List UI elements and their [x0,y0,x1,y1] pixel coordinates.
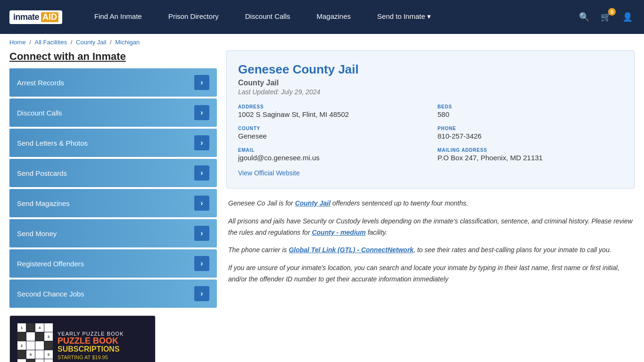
sidebar-item-label: Registered Offenders [17,260,84,268]
sidebar-item-label: Second Chance Jobs [17,290,84,298]
logo-container[interactable]: inmateAID [9,10,62,24]
send-to-inmate-label: Send to Inmate [377,12,425,20]
nav-discount-calls[interactable]: Discount Calls [232,0,304,34]
email-value: jgould@co.genesee.mi.us [238,154,423,162]
breadcrumb-sep3: / [110,39,113,46]
main-content: Connect with an Inmate Arrest Records › … [0,50,644,362]
desc-para3-before: The phone carrier is [228,246,289,254]
sidebar: Connect with an Inmate Arrest Records › … [9,50,217,362]
breadcrumb-sep1: / [29,39,33,46]
county-value: Genesee [238,132,423,140]
arrow-icon: › [194,196,209,211]
user-account-button[interactable]: 👤 [620,10,635,24]
gtl-link[interactable]: Global Tel Link (GTL) - ConnectNetwork [289,246,413,254]
nav-find-inmate[interactable]: Find An Inmate [81,0,155,34]
puzzle-grid-icon: 14 3 2 95 7 [17,323,53,362]
sidebar-item-send-money[interactable]: Send Money › [9,219,217,247]
detail-email: EMAIL jgould@co.genesee.mi.us [238,148,423,162]
facility-description: Genesee Co Jail is for County Jail offen… [226,198,635,285]
desc-para1-after: offenders sentenced up to twenty four mo… [330,199,468,207]
sidebar-item-label: Arrest Records [17,79,64,87]
address-label: ADDRESS [238,104,423,109]
address-value: 1002 S Saginaw St, Flint, MI 48502 [238,110,423,118]
arrow-icon: › [194,286,209,301]
nav-icons: 🔍 🛒 0 👤 [577,10,635,24]
sidebar-item-label: Send Postcards [17,169,67,177]
sidebar-item-registered-offenders[interactable]: Registered Offenders › [9,249,217,278]
sidebar-item-label: Send Letters & Photos [17,139,88,147]
arrow-icon: › [194,105,209,120]
facility-details: ADDRESS 1002 S Saginaw St, Flint, MI 485… [238,104,623,162]
sidebar-item-second-chance-jobs[interactable]: Second Chance Jobs › [9,280,217,308]
county-medium-link[interactable]: County - medium [312,229,365,236]
facility-updated: Last Updated: July 29, 2024 [238,88,623,96]
county-jail-link[interactable]: County Jail [295,199,330,207]
detail-beds: BEDS 580 [438,104,623,118]
beds-label: BEDS [438,104,623,109]
sidebar-item-send-postcards[interactable]: Send Postcards › [9,159,217,187]
arrow-icon: › [194,226,209,241]
arrow-icon: › [194,256,209,271]
logo-aid: AID [41,12,58,22]
nav-magazines[interactable]: Magazines [304,0,364,34]
search-button[interactable]: 🔍 [577,10,591,24]
view-website-link[interactable]: View Official Website [238,169,623,177]
cart-badge: 0 [608,8,616,16]
logo-text: inmate [13,12,39,22]
sidebar-item-arrest-records[interactable]: Arrest Records › [9,68,217,97]
mailing-value: P.O Box 247, Phoenix, MD 21131 [438,154,623,162]
detail-mailing: MAILING ADDRESS P.O Box 247, Phoenix, MD… [438,148,623,162]
breadcrumb-county-jail[interactable]: County Jail [76,39,106,46]
phone-label: PHONE [438,126,623,131]
phone-value: 810-257-3426 [438,132,623,140]
ad-price: STARTING AT $19.95 [58,354,124,360]
breadcrumb: Home / All Facilities / County Jail / Mi… [0,34,644,50]
detail-county: COUNTY Genesee [238,126,423,140]
sidebar-item-send-letters[interactable]: Send Letters & Photos › [9,129,217,157]
ad-title-puzzle: PUZZLE BOOK [58,337,124,345]
ad-subscriptions: SUBSCRIPTIONS [58,345,124,354]
county-label: COUNTY [238,126,423,131]
facility-name: Genesee County Jail [238,62,623,77]
desc-para2-before: All prisons and jails have Security or C… [228,217,633,236]
sidebar-item-label: Send Magazines [17,199,70,207]
dropdown-arrow-icon: ▾ [427,12,431,21]
desc-para2-after: facility. [366,229,388,236]
nav-links: Find An Inmate Prison Directory Discount… [81,0,577,34]
detail-address: ADDRESS 1002 S Saginaw St, Flint, MI 485… [238,104,423,118]
nav-prison-directory[interactable]: Prison Directory [155,0,232,34]
mailing-label: MAILING ADDRESS [438,148,623,153]
desc-para1: Genesee Co Jail is for County Jail offen… [228,198,633,209]
nav-send-to-inmate[interactable]: Send to Inmate ▾ [364,0,444,34]
facility-card: Genesee County Jail County Jail Last Upd… [226,50,635,189]
sidebar-item-discount-calls[interactable]: Discount Calls › [9,99,217,127]
desc-para3: The phone carrier is Global Tel Link (GT… [228,245,633,256]
cart-button[interactable]: 🛒 0 [599,10,613,24]
facility-type: County Jail [238,79,623,87]
desc-para2: All prisons and jails have Security or C… [228,216,633,239]
detail-phone: PHONE 810-257-3426 [438,126,623,140]
search-icon: 🔍 [579,12,589,22]
email-label: EMAIL [238,148,423,153]
sidebar-menu: Arrest Records › Discount Calls › Send L… [9,68,217,308]
breadcrumb-michigan[interactable]: Michigan [115,39,140,46]
breadcrumb-all-facilities[interactable]: All Facilities [35,39,67,46]
sidebar-item-send-magazines[interactable]: Send Magazines › [9,189,217,217]
sidebar-title: Connect with an Inmate [9,50,217,63]
desc-para3-after: , to see their rates and best-calling pl… [413,246,611,254]
beds-value: 580 [438,110,623,118]
ad-text: YEARLY PUZZLE BOOK PUZZLE BOOK SUBSCRIPT… [58,331,124,360]
desc-para4: If you are unsure of your inmate's locat… [228,263,633,285]
sidebar-item-label: Send Money [17,230,57,238]
main-panel: Genesee County Jail County Jail Last Upd… [226,50,635,362]
desc-para1-before: Genesee Co Jail is for [228,199,295,207]
arrow-icon: › [194,75,209,90]
ad-banner[interactable]: 14 3 2 95 7 YEARLY PUZZLE BOOK PUZZLE BO… [9,315,156,362]
user-icon: 👤 [622,12,633,22]
arrow-icon: › [194,135,209,150]
breadcrumb-home[interactable]: Home [9,39,26,46]
sidebar-item-label: Discount Calls [17,109,62,117]
navbar: inmateAID Find An Inmate Prison Director… [0,0,644,34]
arrow-icon: › [194,165,209,181]
breadcrumb-sep2: / [71,39,74,46]
